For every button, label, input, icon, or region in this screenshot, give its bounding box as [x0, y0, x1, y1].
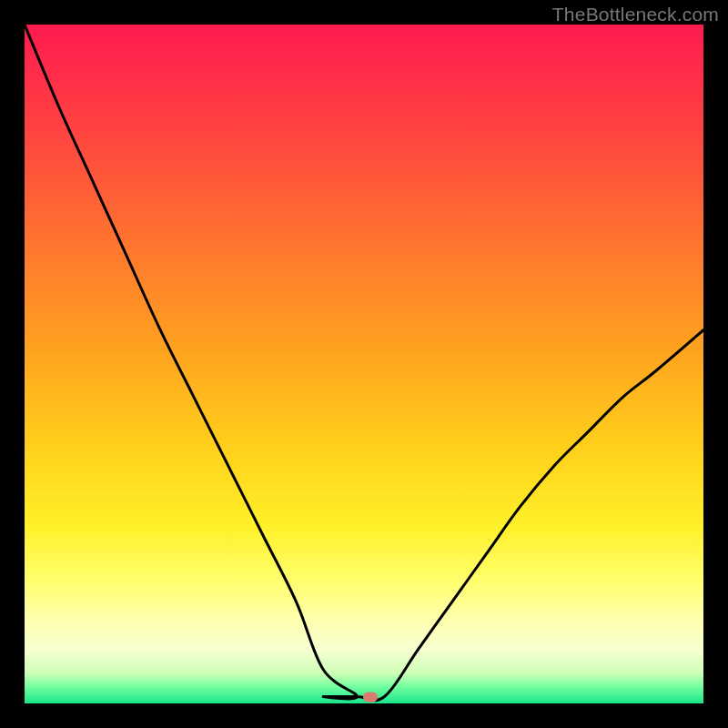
curve-path	[25, 25, 703, 701]
bottleneck-curve	[25, 25, 703, 703]
chart-frame: TheBottleneck.com	[0, 0, 728, 728]
watermark-text: TheBottleneck.com	[552, 4, 719, 25]
plot-area	[25, 25, 703, 703]
optimal-point-marker	[363, 692, 378, 702]
